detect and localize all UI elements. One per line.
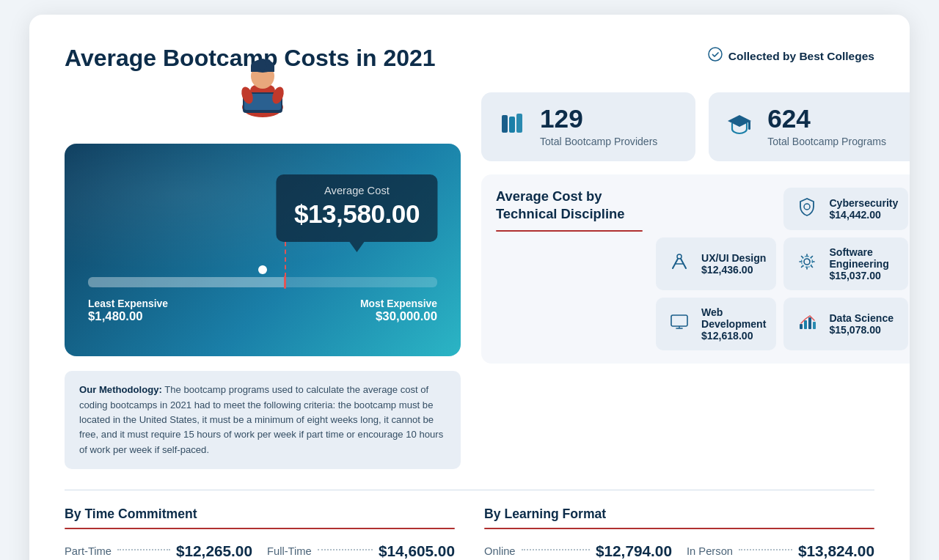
svg-point-21 [677,254,682,259]
main-layout: Average Cost $13,580.00 [65,92,874,469]
design-icon [666,251,693,276]
discipline-title: Average Cost by Technical Discipline [496,188,643,223]
time-commitment-title: By Time Commitment [65,506,455,522]
discipline-web-info: Web Development $12,618.00 [701,306,766,342]
most-expensive-label: Most Expensive [360,298,437,309]
full-time-label: Full-Time [267,545,312,557]
stat-programs-number: 624 [767,106,886,131]
svg-rect-16 [748,121,750,130]
discipline-item-datascience: Data Science $15,078.00 [783,298,908,350]
svg-rect-14 [516,114,522,133]
slider-dot [258,265,267,274]
svg-marker-15 [728,115,751,127]
in-person-value: $13,824.00 [798,542,874,560]
stat-cards-row: 129 Total Bootcamp Providers 624 [481,92,910,161]
avg-cost-label: Average Cost [294,185,420,196]
learning-format-title: By Learning Format [484,506,874,522]
collected-by: Collected by Best Colleges [708,47,874,65]
svg-point-22 [804,259,810,265]
hero-wrapper: Average Cost $13,580.00 [65,92,461,356]
online-value: $12,794.00 [596,542,672,560]
time-part-time: Part-Time $12,265.00 [65,542,252,560]
time-commitment-items: Part-Time $12,265.00 Full-Time $14,605.0… [65,542,455,560]
stat-card-programs: 624 Total Bootcamp Programs [709,92,910,161]
discipline-item-web: Web Development $12,618.00 [656,298,776,350]
discipline-grid: Cybersecurity $14,442.00 [656,188,908,350]
discipline-uxui-name: UX/UI Design [701,252,766,264]
discipline-datascience-name: Data Science [829,312,894,324]
stat-programs-info: 624 Total Bootcamp Programs [767,106,886,148]
discipline-item-uxui: UX/UI Design $12,436.00 [656,237,776,290]
gear-icon [794,251,820,276]
most-expensive-value: $30,000.00 [360,309,437,324]
time-commitment-divider [65,528,455,529]
time-full-time: Full-Time $14,605.00 [267,542,455,560]
slider-dashed-line [285,242,286,277]
in-person-label: In Person [687,545,733,557]
discipline-item-cybersecurity: Cybersecurity $14,442.00 [783,188,908,230]
stat-programs-desc: Total Bootcamp Programs [767,135,886,148]
svg-rect-28 [800,324,803,329]
svg-rect-13 [509,117,515,133]
avg-cost-value: $13,580.00 [294,199,420,229]
svg-rect-12 [502,115,508,133]
discipline-section: Average Cost by Technical Discipline [481,174,910,364]
online-label: Online [484,545,516,557]
discipline-cybersecurity-name: Cybersecurity [829,197,898,209]
verified-icon [708,47,723,65]
person-illustration [222,43,303,123]
left-column: Average Cost $13,580.00 [65,92,461,469]
chart-icon [794,312,820,336]
slider-area [88,265,437,287]
full-time-dots [318,549,373,550]
in-person-dots [739,549,792,550]
hero-card: Average Cost $13,580.00 [65,144,461,356]
learning-format-block: By Learning Format Online $12,794.00 In … [484,506,874,560]
discipline-software-cost: $15,037.00 [829,270,898,281]
format-online: Online $12,794.00 [484,542,672,560]
svg-rect-29 [804,320,807,329]
discipline-uxui-info: UX/UI Design $12,436.00 [701,252,766,276]
most-expensive: Most Expensive $30,000.00 [360,298,437,324]
discipline-cybersecurity-info: Cybersecurity $14,442.00 [829,197,898,221]
learning-format-divider [484,528,874,529]
stat-providers-number: 129 [540,106,657,131]
svg-point-9 [265,59,271,65]
slider-track [88,277,437,287]
shield-icon [794,196,820,221]
svg-rect-27 [673,317,685,324]
discipline-cybersecurity-cost: $14,442.00 [829,209,898,221]
svg-point-23 [802,256,813,267]
svg-point-17 [804,204,810,210]
discipline-software-name: Software Engineering [829,246,898,270]
least-expensive: Least Expensive $1,480.00 [88,298,168,324]
part-time-value: $12,265.00 [176,542,252,560]
bottom-section: By Time Commitment Part-Time $12,265.00 … [65,490,874,560]
methodology-bold: Our Methodology: [79,384,162,395]
format-in-person: In Person $13,824.00 [687,542,874,560]
slider-indicator [284,276,286,289]
learning-format-items: Online $12,794.00 In Person $13,824.00 [484,542,874,560]
slider-fill [88,277,284,287]
header: Average Bootcamp Costs in 2021 Collected… [65,44,874,72]
avg-cost-container: Average Cost $13,580.00 [88,167,437,242]
monitor-icon [666,312,693,336]
discipline-datascience-cost: $15,078.00 [829,324,894,336]
avg-cost-box: Average Cost $13,580.00 [277,174,437,242]
discipline-web-name: Web Development [701,306,766,330]
svg-rect-30 [808,317,811,329]
discipline-item-software: Software Engineering $15,037.00 [783,237,908,290]
online-dots [522,549,590,550]
part-time-dots [117,549,170,550]
main-card: Average Bootcamp Costs in 2021 Collected… [29,15,910,560]
collected-label: Collected by Best Colleges [728,50,874,63]
time-commitment-block: By Time Commitment Part-Time $12,265.00 … [65,506,455,560]
discipline-web-cost: $12,618.00 [701,330,766,342]
hero-bottom: Least Expensive $1,480.00 Most Expensive… [88,298,437,324]
discipline-layout: Average Cost by Technical Discipline [496,188,908,350]
svg-rect-31 [813,322,816,329]
least-expensive-value: $1,480.00 [88,309,168,324]
stat-providers-desc: Total Bootcamp Providers [540,135,657,148]
right-column: 129 Total Bootcamp Providers 624 [481,92,910,364]
discipline-uxui-cost: $12,436.00 [701,264,766,276]
